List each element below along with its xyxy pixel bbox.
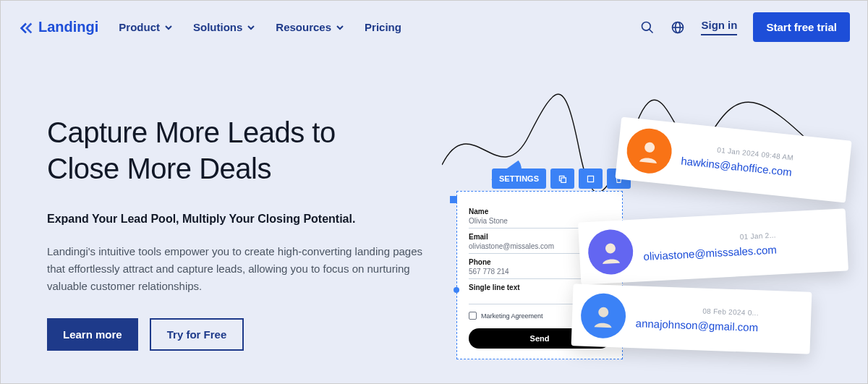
svg-point-10 bbox=[598, 307, 608, 317]
nav-product-label: Product bbox=[119, 21, 160, 33]
resize-handle[interactable] bbox=[454, 287, 459, 293]
top-nav: Landingi Product Solutions Resources Pri… bbox=[1, 1, 867, 42]
svg-point-8 bbox=[644, 142, 655, 153]
duplicate-button[interactable] bbox=[550, 168, 574, 189]
brand-name: Landingi bbox=[38, 19, 98, 35]
nav-items: Product Solutions Resources Pricing bbox=[119, 21, 401, 33]
avatar bbox=[625, 127, 674, 176]
agreement-label: Marketing Agreement bbox=[481, 312, 543, 320]
chevron-down-icon bbox=[336, 23, 344, 32]
hero-illustration: SETTINGS Name Olivia Stone Email olivias… bbox=[435, 78, 854, 384]
person-icon bbox=[590, 302, 616, 329]
hero-ctas: Learn more Try for Free bbox=[47, 318, 438, 351]
chevron-down-icon bbox=[247, 23, 255, 32]
learn-more-button[interactable]: Learn more bbox=[47, 318, 138, 351]
hero-copy: Capture More Leads to Close More Deals E… bbox=[47, 78, 438, 351]
search-icon[interactable] bbox=[640, 20, 655, 35]
hero-section: Capture More Leads to Close More Deals E… bbox=[1, 42, 867, 351]
copy-icon bbox=[586, 174, 595, 184]
person-icon bbox=[597, 239, 624, 266]
copy-button[interactable] bbox=[579, 168, 603, 189]
nav-resources[interactable]: Resources bbox=[276, 21, 344, 33]
hero-title-line2: Close More Deals bbox=[47, 153, 271, 184]
hero-title: Capture More Leads to Close More Deals bbox=[47, 114, 438, 187]
nav-right: Sign in Start free trial bbox=[640, 12, 850, 42]
avatar bbox=[587, 229, 634, 276]
lead-email: annajohnson@gmail.com bbox=[635, 317, 758, 333]
duplicate-icon bbox=[558, 174, 567, 184]
settings-button[interactable]: SETTINGS bbox=[492, 168, 546, 189]
nav-pricing[interactable]: Pricing bbox=[365, 21, 401, 33]
brand-logo[interactable]: Landingi bbox=[18, 19, 98, 35]
nav-solutions[interactable]: Solutions bbox=[193, 21, 255, 33]
avatar bbox=[580, 293, 626, 339]
svg-point-9 bbox=[605, 243, 616, 254]
hero-subtitle: Expand Your Lead Pool, Multiply Your Clo… bbox=[47, 213, 438, 226]
hero-title-line1: Capture More Leads to bbox=[47, 116, 336, 148]
start-free-trial-button[interactable]: Start free trial bbox=[753, 12, 850, 42]
lead-timestamp: 08 Feb 2024 0... bbox=[702, 307, 759, 317]
checkbox-icon bbox=[469, 312, 477, 320]
lead-timestamp: 01 Jan 2... bbox=[740, 231, 777, 241]
nav-product[interactable]: Product bbox=[119, 21, 173, 33]
lead-card: 01 Jan 2... oliviastone@misssales.com bbox=[578, 208, 848, 284]
logo-icon bbox=[18, 20, 34, 35]
nav-pricing-label: Pricing bbox=[365, 21, 401, 33]
lead-card: 01 Jan 2024 09:48 AM hawkins@ahoffice.co… bbox=[615, 117, 851, 203]
nav-solutions-label: Solutions bbox=[193, 21, 242, 33]
chevron-down-icon bbox=[164, 23, 173, 32]
person-icon bbox=[635, 137, 664, 166]
svg-rect-6 bbox=[561, 177, 566, 182]
try-for-free-button[interactable]: Try for Free bbox=[150, 318, 244, 351]
editor-toolbar: SETTINGS bbox=[492, 168, 631, 189]
signin-link[interactable]: Sign in bbox=[701, 19, 737, 35]
svg-point-0 bbox=[642, 22, 651, 30]
lead-email: oliviastone@misssales.com bbox=[643, 243, 777, 263]
svg-rect-7 bbox=[587, 176, 593, 182]
name-label: Name bbox=[469, 208, 610, 216]
lead-card: 08 Feb 2024 0... annajohnson@gmail.com bbox=[571, 283, 812, 354]
nav-resources-label: Resources bbox=[276, 21, 331, 33]
globe-icon[interactable] bbox=[671, 20, 685, 35]
svg-line-1 bbox=[650, 29, 653, 33]
hero-body: Landingi's intuitive tools empower you t… bbox=[47, 243, 423, 295]
